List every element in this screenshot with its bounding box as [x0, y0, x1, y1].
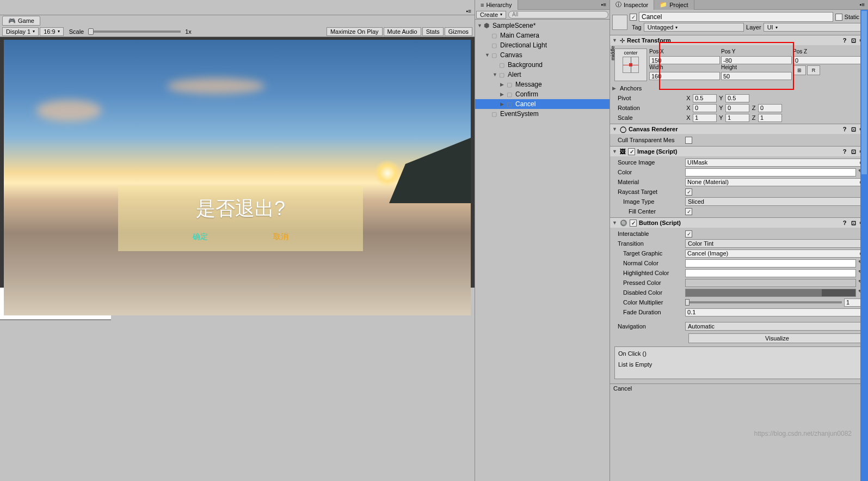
image-header[interactable]: 🖼 Image (Script) ?⊡⚙	[610, 147, 868, 156]
tree-item[interactable]: Canvas	[475, 50, 610, 60]
cancel-button[interactable]: 取消	[273, 232, 288, 242]
display-dropdown[interactable]: Display 1	[2, 27, 39, 36]
raycast-checkbox[interactable]	[685, 188, 692, 196]
button-header[interactable]: 🔘 Button (Script) ?⊡⚙	[610, 218, 868, 228]
active-checkbox[interactable]	[630, 14, 637, 21]
tree-item[interactable]: Message	[475, 80, 610, 89]
inspector-tab[interactable]: ⓘ Inspector	[610, 0, 654, 10]
tree-item[interactable]: Alert	[475, 70, 610, 80]
tree-item[interactable]: Confirm	[475, 89, 610, 99]
tree-item[interactable]: Background	[475, 60, 610, 70]
cull-checkbox[interactable]	[685, 137, 692, 144]
button-enabled-checkbox[interactable]	[630, 220, 637, 227]
navigation-dropdown[interactable]: Automatic	[685, 322, 866, 331]
imagetype-dropdown[interactable]: Sliced	[685, 197, 866, 206]
pressed-color-field[interactable]	[685, 279, 856, 287]
object-name-input[interactable]	[639, 12, 833, 22]
scale-handle[interactable]	[88, 28, 94, 35]
raw-edit-button[interactable]: R	[807, 65, 820, 75]
search-input[interactable]	[508, 11, 608, 19]
tree-item[interactable]: EventSystem	[475, 109, 610, 119]
gizmos-toggle[interactable]: Gizmos	[445, 27, 472, 36]
expand-arrow-icon[interactable]	[612, 86, 618, 91]
project-tab[interactable]: 📁 Project	[654, 0, 694, 10]
posy-input[interactable]	[721, 56, 792, 64]
help-icon[interactable]: ?	[841, 148, 848, 155]
scrollbar[interactable]	[860, 10, 868, 481]
target-graphic-field[interactable]: Cancel (Image)	[685, 249, 866, 258]
highlighted-color-field[interactable]	[685, 269, 856, 277]
scale-slider[interactable]	[88, 31, 181, 33]
posz-input[interactable]	[793, 56, 864, 64]
material-field[interactable]: None (Material)	[685, 178, 866, 186]
preset-icon[interactable]: ⊡	[849, 36, 857, 44]
pivot-x-input[interactable]	[693, 94, 717, 102]
rot-y-input[interactable]	[725, 104, 749, 112]
color-label: Color	[612, 169, 683, 175]
scale-x-input[interactable]	[693, 114, 717, 122]
gameobject-icon[interactable]	[612, 15, 627, 30]
rot-x-input[interactable]	[693, 104, 717, 112]
anchor-preset-button[interactable]: center middle	[614, 48, 647, 81]
scale-value: 1x	[185, 28, 192, 35]
posx-input[interactable]	[649, 56, 720, 64]
create-dropdown[interactable]: Create	[476, 11, 506, 19]
interactable-checkbox[interactable]	[685, 230, 692, 238]
preset-icon[interactable]: ⊡	[849, 125, 857, 133]
mute-audio-toggle[interactable]: Mute Audio	[384, 27, 421, 36]
game-tab[interactable]: 🎮 Game	[2, 16, 40, 26]
expand-arrow-icon[interactable]	[500, 92, 506, 97]
scrollbar-thumb[interactable]	[861, 11, 867, 174]
help-icon[interactable]: ?	[841, 36, 848, 44]
expand-arrow-icon[interactable]	[477, 23, 483, 28]
scene-row[interactable]: SampleScene*	[475, 21, 610, 31]
fade-duration-input[interactable]	[685, 308, 866, 316]
expand-arrow-icon[interactable]	[612, 38, 618, 43]
scale-y-input[interactable]	[725, 114, 749, 122]
expand-arrow-icon[interactable]	[612, 149, 618, 154]
rot-z-input[interactable]	[758, 104, 782, 112]
tag-dropdown[interactable]: Untagged	[644, 23, 744, 32]
preset-icon[interactable]: ⊡	[849, 148, 857, 155]
stats-toggle[interactable]: Stats	[422, 27, 444, 36]
color-mult-slider[interactable]	[685, 301, 842, 303]
scale-z-input[interactable]	[758, 114, 782, 122]
blueprint-button[interactable]: ⊞	[793, 65, 806, 75]
panel-menu-icon[interactable]: ▪≡	[598, 2, 610, 8]
fillcenter-checkbox[interactable]	[685, 208, 692, 215]
aspect-dropdown[interactable]: 16:9	[40, 27, 63, 36]
scale-label: Scale	[69, 28, 84, 35]
color-field[interactable]	[685, 168, 856, 176]
panel-menu-icon[interactable]: ▪≡	[857, 2, 868, 8]
expand-arrow-icon[interactable]	[493, 72, 498, 77]
expand-arrow-icon[interactable]	[612, 126, 618, 132]
static-checkbox[interactable]	[835, 14, 842, 21]
tree-item[interactable]: Main Camera	[475, 31, 610, 40]
expand-arrow-icon[interactable]	[500, 82, 506, 87]
panel-menu-icon[interactable]: ▪≡	[463, 8, 475, 14]
tree-item[interactable]: Directional Light	[475, 40, 610, 50]
layer-dropdown[interactable]: UI	[764, 23, 864, 32]
height-input[interactable]	[721, 72, 792, 80]
expand-arrow-icon[interactable]	[485, 52, 490, 58]
help-icon[interactable]: ?	[841, 219, 848, 227]
rect-transform-header[interactable]: ⊹ Rect Transform ?⊡⚙	[610, 35, 868, 45]
preset-icon[interactable]: ⊡	[849, 219, 857, 227]
transition-dropdown[interactable]: Color Tint	[685, 239, 866, 248]
expand-arrow-icon[interactable]	[612, 220, 618, 226]
tree-item-selected[interactable]: Cancel	[475, 99, 610, 109]
pivot-y-input[interactable]	[725, 94, 749, 102]
width-input[interactable]	[649, 72, 720, 80]
image-enabled-checkbox[interactable]	[628, 148, 635, 155]
visualize-button[interactable]: Visualize	[688, 333, 866, 343]
normal-color-field[interactable]	[685, 259, 856, 267]
source-image-field[interactable]: UIMask	[685, 159, 866, 167]
disabled-color-field[interactable]	[685, 289, 856, 297]
confirm-button[interactable]: 确定	[193, 232, 208, 242]
expand-arrow-icon[interactable]	[500, 101, 506, 107]
help-icon[interactable]: ?	[841, 125, 848, 133]
hierarchy-tab[interactable]: ≡ Hierarchy	[475, 0, 518, 10]
maximize-toggle[interactable]: Maximize On Play	[327, 27, 383, 36]
canvas-renderer-header[interactable]: ◯ Canvas Renderer ?⊡⚙	[610, 124, 868, 134]
onclick-list[interactable]: On Click () List is Empty	[614, 346, 864, 379]
